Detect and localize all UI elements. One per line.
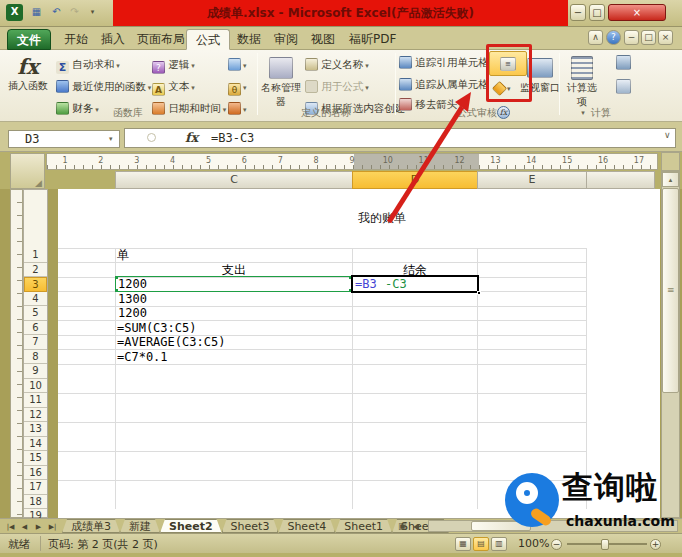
reference-range-border-c3: [115, 276, 352, 292]
save-button[interactable]: ▦: [28, 4, 45, 21]
logical-icon: ?: [152, 61, 165, 74]
trace-precedents-button[interactable]: 追踪引用单元格: [399, 52, 489, 72]
last-sheet-icon[interactable]: ▶|: [46, 520, 59, 533]
ribbon-collapse-icon[interactable]: ∧: [588, 30, 603, 45]
group-label-calculation: 计算: [560, 106, 642, 120]
sheet-tab-sheet1[interactable]: Sheet1: [335, 519, 392, 533]
tab-file[interactable]: 文件: [7, 29, 51, 50]
insert-worksheet-icon[interactable]: ▣: [398, 521, 407, 531]
group-label-defined-names: 定义的名称: [258, 106, 394, 120]
cell-c5[interactable]: 1200: [118, 306, 147, 321]
tab-page-layout[interactable]: 页面布局: [128, 29, 194, 50]
workbook-restore-icon[interactable]: □: [641, 30, 656, 45]
calculate-sheet-icon: [616, 79, 631, 94]
tab-formulas[interactable]: 公式: [186, 29, 230, 50]
tab-foxit-pdf[interactable]: 福昕PDF: [340, 29, 405, 50]
tab-nav-buttons: |◀ ◀ ▶ ▶|: [4, 520, 59, 533]
cell-b1-overflow[interactable]: 单: [117, 248, 129, 263]
define-name-button[interactable]: 定义名称▾: [305, 54, 369, 74]
math-trig-button[interactable]: θ▾: [228, 76, 247, 96]
autosum-button[interactable]: Σ 自动求和▾: [56, 54, 120, 74]
enter-cancel-dim-icon: [147, 133, 156, 142]
formula-bar-text: =B3-C3: [211, 131, 254, 145]
cell-c8[interactable]: =C7*0.1: [117, 350, 168, 365]
row-headers: 12345678910111213141516171819: [23, 189, 48, 518]
formula-bar-expand-icon[interactable]: ∨: [664, 130, 671, 140]
zoom-out-icon[interactable]: −: [551, 539, 562, 550]
sheet-tabs: 成绩单3 新建 Sheet2 Sheet3 Sheet4 Sheet1 Shee…: [62, 519, 449, 533]
dropdown-icon: ▾: [191, 62, 195, 70]
logical-button[interactable]: ? 逻辑▾: [152, 54, 195, 74]
scroll-split-box[interactable]: [661, 152, 680, 171]
horizontal-ruler: 1234567891011121314151617: [46, 153, 658, 170]
scrollbar-thumb[interactable]: ≡: [662, 188, 679, 393]
tab-data[interactable]: 数据: [228, 29, 270, 50]
formula-bar: D3 ▾ fx =B3-C3 ∨: [0, 122, 682, 152]
workbook-minimize-icon[interactable]: −: [624, 30, 639, 45]
formula-input[interactable]: fx =B3-C3: [124, 128, 676, 148]
sheet-tab-xinjian[interactable]: 新建: [120, 519, 160, 533]
first-sheet-icon[interactable]: |◀: [4, 520, 17, 533]
workbook-close-icon[interactable]: ×: [658, 30, 673, 45]
redo-button[interactable]: ↷: [66, 4, 83, 21]
undo-button[interactable]: ↶: [48, 4, 65, 21]
use-in-formula-button[interactable]: 用于公式▾: [305, 76, 369, 96]
normal-view-icon[interactable]: ▦: [455, 537, 471, 551]
sheet-tab-sheet2[interactable]: Sheet2: [160, 519, 222, 533]
tab-view[interactable]: 视图: [302, 29, 344, 50]
page-layout-view-icon[interactable]: ▤: [473, 537, 489, 551]
recent-functions-button[interactable]: 最近使用的函数▾: [56, 76, 151, 96]
quick-access-customize-button[interactable]: ▾: [84, 4, 101, 21]
active-cell-d3[interactable]: =B3 -C3: [351, 275, 479, 293]
help-icon[interactable]: ?: [606, 30, 621, 45]
column-header-margin: [586, 171, 655, 189]
cell-c7[interactable]: =AVERAGE(C3:C5): [117, 335, 225, 350]
insert-function-fx-icon[interactable]: fx: [185, 130, 198, 145]
calc-options-label: 计算选项: [563, 81, 601, 109]
dropdown-icon: ▾: [365, 84, 369, 92]
trace-dependents-button[interactable]: 追踪从属单元格: [399, 74, 489, 94]
cell-c2[interactable]: 支出: [115, 263, 353, 278]
next-sheet-icon[interactable]: ▶: [32, 520, 45, 533]
cell-d3-ref2: -C3: [385, 277, 407, 292]
zoom-in-icon[interactable]: +: [650, 539, 661, 550]
group-label-formula-auditing: 公式审核: [396, 106, 558, 120]
tab-review[interactable]: 审阅: [265, 29, 307, 50]
text-button[interactable]: A 文本▾: [152, 76, 195, 96]
column-header-e[interactable]: E: [477, 171, 587, 189]
excel-app-icon[interactable]: X: [6, 4, 23, 21]
ribbon-formulas: fx 插入函数 Σ 自动求和▾ 最近使用的函数▾ 财务▾ ? 逻辑▾ A 文本▾…: [0, 50, 682, 122]
sheet-tab-sheet3[interactable]: Sheet3: [222, 519, 279, 533]
maximize-button[interactable]: □: [589, 4, 605, 21]
zoom-slider-thumb[interactable]: [601, 539, 609, 550]
name-box-dropdown-icon[interactable]: ▾: [109, 135, 113, 143]
column-header-c[interactable]: C: [115, 171, 353, 189]
math-trig-icon: θ: [228, 83, 241, 96]
prev-sheet-icon[interactable]: ◀: [18, 520, 31, 533]
title-bar: X ▦ ↶ ↷ ▾ 成绩单.xlsx - Microsoft Excel(产品激…: [0, 0, 682, 27]
dropdown-icon: ▾: [191, 84, 195, 92]
cell-c4[interactable]: 1300: [118, 292, 147, 307]
dropdown-icon: ▾: [243, 84, 247, 92]
fill-handle[interactable]: [477, 291, 481, 295]
cell-c6[interactable]: =SUM(C3:C5): [117, 321, 196, 336]
sheet-tab-sheet4[interactable]: Sheet4: [278, 519, 335, 533]
tab-home[interactable]: 开始: [55, 29, 97, 50]
thumb-grip-icon: ≡: [667, 285, 675, 295]
minimize-button[interactable]: −: [570, 4, 586, 21]
corner-triangle-icon: ◢: [35, 178, 42, 188]
scroll-up-icon[interactable]: ▴: [662, 172, 679, 187]
name-box[interactable]: D3 ▾: [8, 130, 120, 148]
use-in-formula-icon: [305, 80, 318, 93]
calculate-sheet-button[interactable]: [616, 77, 631, 97]
hscroll-left-icon[interactable]: ◀: [413, 522, 419, 531]
select-all-corner[interactable]: ◢: [10, 153, 45, 189]
range-handle[interactable]: [115, 276, 118, 279]
column-header-d[interactable]: D: [352, 171, 478, 189]
close-button[interactable]: ×: [608, 4, 666, 21]
window-title: 成绩单.xlsx - Microsoft Excel(产品激活失败): [113, 0, 568, 26]
lookup-reference-button[interactable]: ▾: [228, 54, 247, 74]
range-handle[interactable]: [115, 289, 118, 292]
calculate-now-button[interactable]: [616, 53, 631, 73]
sheet-tab-chengjidan3[interactable]: 成绩单3: [62, 519, 120, 533]
